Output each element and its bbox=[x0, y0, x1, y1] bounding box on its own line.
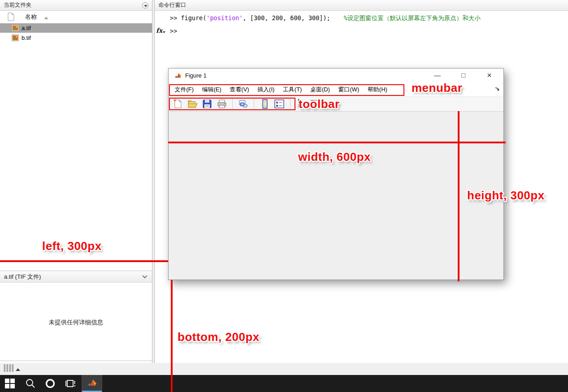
image-file-icon bbox=[12, 25, 19, 31]
dock-figure-icon[interactable] bbox=[495, 86, 500, 91]
bottom-label: bottom, 200px bbox=[178, 330, 260, 344]
name-column-header[interactable]: 名称 bbox=[0, 11, 152, 23]
height-annotation-line bbox=[458, 111, 460, 281]
current-folder-header: 当前文件夹 bbox=[0, 0, 152, 11]
file-name: a.tif bbox=[22, 23, 31, 33]
file-details-body: 未提供任何详细信息 bbox=[0, 283, 152, 361]
search-icon[interactable] bbox=[25, 378, 36, 389]
figure-canvas[interactable] bbox=[169, 112, 503, 280]
name-column-label: 名称 bbox=[25, 13, 37, 21]
file-row-b-tif[interactable]: b.tif bbox=[0, 33, 152, 43]
sort-ascending-icon bbox=[44, 14, 48, 19]
menubar-highlight-box bbox=[169, 84, 404, 96]
left-label: left, 300px bbox=[42, 239, 102, 253]
matlab-logo-icon bbox=[174, 72, 182, 79]
screen: 当前文件夹 名称 a.tif bbox=[0, 0, 568, 392]
splitter-grip[interactable] bbox=[4, 364, 20, 374]
command-window-title: 命令行窗口 bbox=[158, 2, 186, 8]
blank-file-icon bbox=[8, 13, 14, 21]
string-literal: 'position' bbox=[206, 14, 243, 22]
expand-icon bbox=[16, 366, 20, 371]
code-comment: %设定图窗位置（默认以屏幕左下角为原点）和大小 bbox=[344, 14, 481, 22]
toolbar-label: toolbar bbox=[299, 97, 340, 111]
taskbar bbox=[0, 375, 568, 392]
file-name: b.tif bbox=[22, 33, 31, 43]
width-label: width, 600px bbox=[298, 150, 371, 164]
prompt: >> bbox=[170, 14, 177, 22]
fx-icon[interactable]: fx bbox=[156, 27, 165, 34]
task-view-icon[interactable] bbox=[65, 378, 76, 389]
panel-menu-icon[interactable] bbox=[142, 2, 148, 9]
file-details-title: a.tif (TIF 文件) bbox=[4, 273, 41, 280]
bottom-annotation-line bbox=[171, 280, 173, 392]
left-annotation-line bbox=[0, 260, 168, 262]
current-folder-panel: 当前文件夹 名称 a.tif bbox=[0, 0, 152, 363]
file-row-a-tif[interactable]: a.tif bbox=[0, 23, 152, 33]
taskbar-matlab-button[interactable] bbox=[82, 375, 102, 392]
matlab-logo-icon bbox=[87, 378, 98, 388]
command-window-header: 命令行窗口 bbox=[155, 0, 568, 11]
current-folder-title: 当前文件夹 bbox=[4, 2, 32, 8]
cortana-icon[interactable] bbox=[45, 378, 56, 389]
command-prompt-input[interactable]: >> bbox=[170, 27, 177, 34]
menubar-label: menubar bbox=[412, 81, 462, 95]
no-details-text: 未提供任何详细信息 bbox=[0, 319, 152, 327]
command-line: >> figure('position', [300, 200, 600, 30… bbox=[170, 14, 481, 22]
height-label: height, 300px bbox=[467, 189, 545, 202]
close-button[interactable]: × bbox=[479, 69, 499, 83]
chevron-down-icon bbox=[142, 275, 147, 279]
width-annotation-line bbox=[168, 142, 506, 143]
file-details-header[interactable]: a.tif (TIF 文件) bbox=[0, 271, 152, 283]
image-file-icon bbox=[12, 34, 19, 41]
windows-logo-icon bbox=[5, 379, 16, 388]
start-button[interactable] bbox=[5, 378, 16, 389]
figure-title: Figure 1 bbox=[185, 72, 207, 79]
toolbar-highlight-box bbox=[169, 98, 295, 110]
